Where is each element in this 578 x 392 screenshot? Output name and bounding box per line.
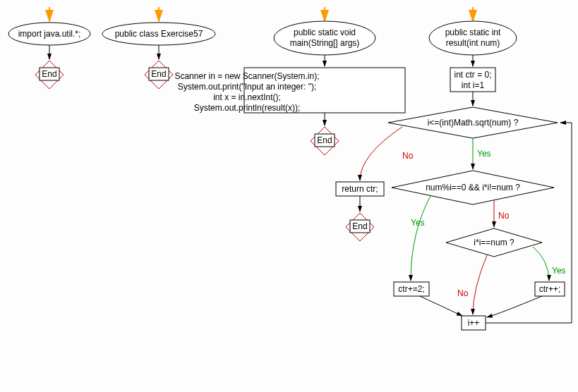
- label-no-2: No: [498, 211, 510, 221]
- node-return-text: return ctr;: [342, 184, 378, 194]
- node-init-1: int ctr = 0;: [454, 70, 491, 80]
- end-text-4: End: [352, 221, 367, 231]
- label-yes-2: Yes: [411, 218, 425, 228]
- end-text-2: End: [151, 69, 166, 79]
- node-main-body-1: Scanner in = new Scanner(System.in);: [174, 71, 319, 81]
- node-ctr1-text: ctr++;: [539, 284, 561, 294]
- label-no-1: No: [402, 151, 414, 161]
- label-no-3: No: [457, 288, 469, 298]
- node-main-text-2: main(String[] args): [290, 38, 360, 48]
- edge-16-17: [487, 296, 542, 317]
- edge-10-11-no: [360, 127, 402, 180]
- edge-15-17: [420, 296, 462, 316]
- end-text-3: End: [317, 135, 332, 145]
- label-yes-1: Yes: [477, 149, 491, 159]
- node-main-body-2: System.out.print("Input an integer: ");: [178, 82, 317, 92]
- node-ctr2-text: ctr+=2;: [398, 284, 424, 294]
- end-node-1: End: [35, 61, 64, 89]
- label-yes-3: Yes: [552, 266, 566, 276]
- decision-sqrt-text: i<=(int)Math.sqrt(num) ?: [428, 118, 519, 128]
- edge-14-16-yes: [533, 247, 549, 281]
- end-node-3: End: [311, 127, 339, 155]
- node-main-body-4: System.out.println(result(x));: [194, 103, 301, 113]
- node-main-text-1: public static void: [294, 27, 356, 37]
- end-node-4: End: [346, 213, 374, 241]
- end-node-2: End: [145, 61, 173, 89]
- edge-14-17-no: [473, 255, 487, 314]
- node-result-text-1: public static int: [445, 27, 501, 37]
- decision-square-text: i*i==num ?: [474, 238, 514, 247]
- node-main-body-3: int x = in.nextInt();: [213, 92, 281, 102]
- node-result-text-2: result(int num): [446, 38, 500, 48]
- edge-13-15-yes: [411, 196, 431, 281]
- node-import-text: import java.util.*;: [18, 29, 81, 39]
- node-init-2: int i=1: [462, 80, 485, 90]
- decision-mod-text: num%i==0 && i*i!=num ?: [426, 183, 520, 192]
- flowchart-diagram: import java.util.*; End public class Exe…: [0, 0, 578, 392]
- end-text-1: End: [42, 69, 56, 79]
- node-inc-text: i++: [468, 318, 480, 328]
- node-class-text: public class Exercise57: [115, 29, 203, 39]
